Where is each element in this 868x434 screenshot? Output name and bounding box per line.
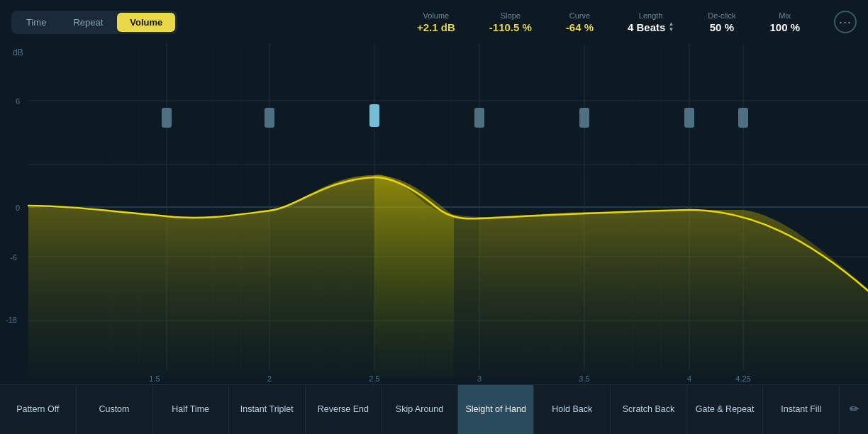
param-curve-value[interactable]: -64 % bbox=[566, 21, 594, 33]
svg-text:4.25: 4.25 bbox=[735, 374, 750, 383]
param-length: Length 4 Beats ▲▼ bbox=[628, 11, 674, 33]
pencil-button[interactable]: ✏ bbox=[840, 385, 868, 434]
svg-text:3.5: 3.5 bbox=[579, 374, 589, 383]
preset-instant-triplet[interactable]: Instant Triplet bbox=[229, 385, 306, 434]
preset-gate-repeat[interactable]: Gate & Repeat bbox=[687, 385, 764, 434]
svg-rect-32 bbox=[738, 108, 748, 128]
svg-text:3: 3 bbox=[477, 374, 482, 383]
preset-hold-back[interactable]: Hold Back bbox=[534, 385, 611, 434]
param-curve-label: Curve bbox=[569, 11, 590, 20]
header-params: Volume +2.1 dB Slope -110.5 % Curve -64 … bbox=[417, 11, 857, 33]
svg-rect-30 bbox=[579, 108, 589, 128]
svg-rect-29 bbox=[474, 108, 484, 128]
preset-bar: Pattern Off Custom Half Time Instant Tri… bbox=[0, 384, 868, 434]
preset-skip-around[interactable]: Skip Around bbox=[382, 385, 458, 434]
param-slope-label: Slope bbox=[501, 11, 521, 20]
param-declick-value[interactable]: 50 % bbox=[710, 21, 734, 33]
param-mix-value[interactable]: 100 % bbox=[769, 21, 800, 33]
param-declick-label: De-click bbox=[708, 11, 735, 20]
svg-text:-6: -6 bbox=[10, 253, 17, 262]
chart-area: dB 6 0 -6 -18 1.5 2 2.5 3 3.5 4 4.25 bbox=[0, 44, 868, 384]
param-length-label: Length bbox=[639, 11, 663, 20]
svg-text:dB: dB bbox=[13, 48, 23, 57]
param-volume-value[interactable]: +2.1 dB bbox=[417, 21, 455, 33]
preset-instant-fill[interactable]: Instant Fill bbox=[763, 385, 840, 434]
tab-repeat[interactable]: Repeat bbox=[60, 13, 116, 32]
more-button[interactable]: ··· bbox=[834, 11, 857, 33]
param-mix: Mix 100 % bbox=[769, 11, 800, 33]
svg-rect-26 bbox=[162, 108, 172, 128]
svg-text:-18: -18 bbox=[6, 316, 17, 324]
svg-text:2.5: 2.5 bbox=[369, 374, 379, 383]
param-slope: Slope -110.5 % bbox=[489, 11, 532, 33]
param-volume: Volume +2.1 dB bbox=[417, 11, 455, 33]
svg-text:4: 4 bbox=[687, 374, 691, 383]
svg-text:1.5: 1.5 bbox=[149, 374, 160, 383]
tab-group: Time Repeat Volume bbox=[11, 11, 177, 34]
tab-volume[interactable]: Volume bbox=[117, 13, 175, 32]
svg-text:6: 6 bbox=[16, 97, 20, 106]
param-declick: De-click 50 % bbox=[708, 11, 735, 33]
beats-arrows-icon: ▲▼ bbox=[668, 21, 674, 33]
tab-time[interactable]: Time bbox=[13, 13, 59, 32]
chart-svg: dB 6 0 -6 -18 1.5 2 2.5 3 3.5 4 4.25 bbox=[0, 44, 868, 384]
svg-text:2: 2 bbox=[267, 374, 272, 383]
preset-pattern-off[interactable]: Pattern Off bbox=[0, 385, 77, 434]
param-volume-label: Volume bbox=[423, 11, 450, 20]
header: Time Repeat Volume Volume +2.1 dB Slope … bbox=[0, 0, 868, 44]
svg-rect-31 bbox=[684, 108, 694, 128]
svg-rect-27 bbox=[265, 108, 274, 128]
preset-half-time[interactable]: Half Time bbox=[152, 385, 229, 434]
svg-text:0: 0 bbox=[16, 204, 20, 212]
preset-scratch-back[interactable]: Scratch Back bbox=[611, 385, 687, 434]
param-length-value[interactable]: 4 Beats ▲▼ bbox=[628, 21, 674, 33]
svg-rect-28 bbox=[369, 104, 379, 127]
param-mix-label: Mix bbox=[779, 11, 791, 20]
preset-custom[interactable]: Custom bbox=[77, 385, 153, 434]
preset-sleight-of-hand[interactable]: Sleight of Hand bbox=[458, 385, 535, 434]
param-curve: Curve -64 % bbox=[566, 11, 594, 33]
preset-reverse-end[interactable]: Reverse End bbox=[306, 385, 382, 434]
param-slope-value[interactable]: -110.5 % bbox=[489, 21, 532, 33]
